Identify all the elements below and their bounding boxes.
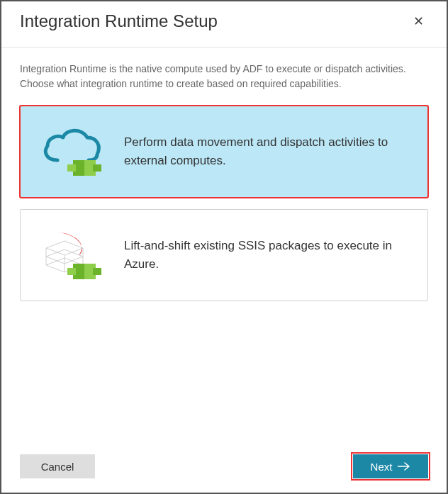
- svg-rect-3: [93, 164, 101, 172]
- option-ssis[interactable]: Lift-and-shift existing SSIS packages to…: [20, 209, 428, 301]
- svg-rect-6: [67, 268, 76, 275]
- cancel-button[interactable]: Cancel: [20, 454, 95, 478]
- option-text: Lift-and-shift existing SSIS packages to…: [124, 237, 410, 274]
- close-icon[interactable]: ✕: [409, 12, 428, 30]
- cloud-datafactory-icon: [38, 122, 107, 181]
- dialog-title: Integration Runtime Setup: [20, 11, 218, 31]
- svg-rect-7: [93, 268, 101, 275]
- ssis-icon: [38, 225, 107, 285]
- next-button-label: Next: [371, 461, 393, 473]
- option-data-movement[interactable]: Perform data movement and dispatch activ…: [20, 106, 428, 198]
- arrow-right-icon: [398, 462, 410, 471]
- next-button[interactable]: Next: [353, 454, 428, 478]
- option-text: Perform data movement and dispatch activ…: [124, 133, 410, 171]
- intro-text: Integration Runtime is the native comput…: [1, 47, 447, 106]
- svg-rect-2: [67, 164, 76, 172]
